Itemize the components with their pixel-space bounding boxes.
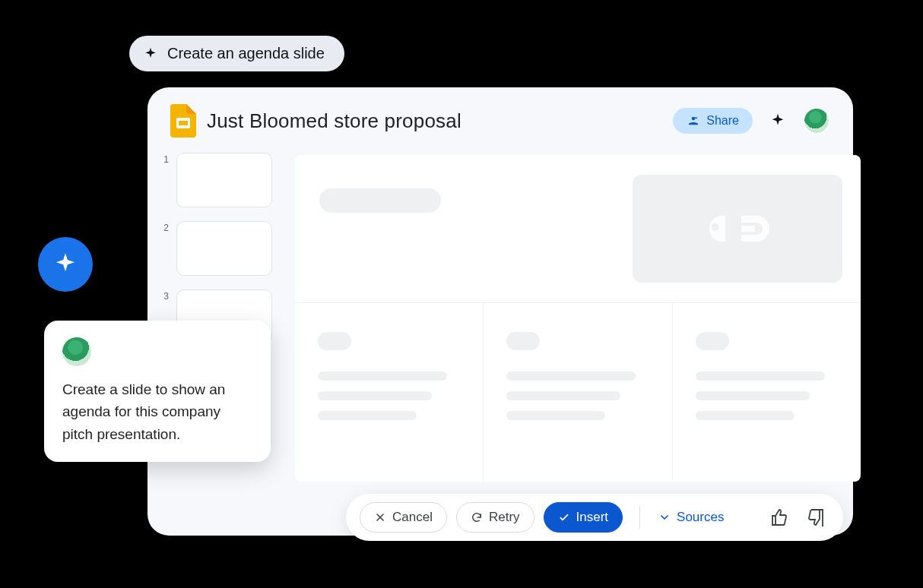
slide-thumbnail-1[interactable] [176, 153, 272, 207]
suggestion-chip[interactable]: Create an agenda slide [129, 36, 344, 71]
generation-action-toolbar: Cancel Retry Insert Sources [346, 494, 843, 541]
toolbar-divider [639, 506, 640, 529]
document-title[interactable]: Just Bloomed store proposal [207, 109, 662, 133]
thumb-number: 2 [161, 221, 169, 233]
insert-button[interactable]: Insert [544, 502, 623, 533]
thumb-number: 3 [161, 289, 169, 302]
close-icon [374, 511, 386, 523]
check-icon [558, 511, 570, 523]
user-prompt-text: Create a slide to show an agenda for thi… [62, 378, 252, 445]
retry-button[interactable]: Retry [456, 502, 534, 533]
user-prompt-card: Create a slide to show an agenda for thi… [44, 321, 271, 462]
generated-slide-preview [295, 155, 861, 482]
svg-rect-1 [179, 121, 188, 125]
gemini-sparkle-icon[interactable] [769, 112, 786, 129]
retry-button-label: Retry [489, 510, 520, 525]
insert-button-label: Insert [576, 510, 609, 525]
cancel-button-label: Cancel [392, 510, 433, 525]
refresh-icon [471, 511, 483, 523]
slide-thumbnail-2[interactable] [176, 221, 272, 276]
sources-label: Sources [677, 510, 724, 525]
thumbs-up-icon [770, 508, 788, 526]
cancel-button[interactable]: Cancel [360, 502, 447, 533]
user-avatar-small [62, 337, 91, 366]
suggestion-chip-label: Create an agenda slide [167, 45, 325, 62]
agenda-column-1 [295, 303, 483, 482]
gemini-badge[interactable] [38, 237, 93, 292]
slide-title-placeholder [319, 188, 441, 213]
agenda-column-3 [672, 303, 861, 482]
user-avatar[interactable] [803, 107, 830, 134]
sparkle-icon [143, 46, 158, 62]
sparkle-icon [52, 251, 78, 277]
sources-dropdown[interactable]: Sources [654, 504, 728, 531]
slide-image-placeholder [633, 175, 842, 283]
share-button-label: Share [706, 114, 739, 128]
thumbs-down-icon [807, 508, 825, 526]
chevron-down-icon [658, 511, 671, 523]
google-slides-icon [170, 104, 196, 138]
thumbs-down-button[interactable] [802, 504, 829, 531]
people-icon [687, 114, 700, 128]
thumb-number: 1 [161, 153, 169, 165]
thumbs-up-button[interactable] [766, 504, 793, 531]
agenda-column-2 [483, 303, 671, 482]
share-button[interactable]: Share [673, 108, 753, 134]
title-bar: Just Bloomed store proposal Share [147, 87, 853, 148]
